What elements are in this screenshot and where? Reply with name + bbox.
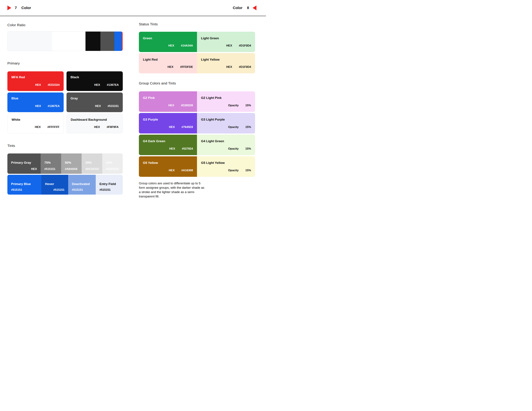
tint-value: #515151 <box>11 188 22 192</box>
hex-value: #7645E8 <box>181 125 193 129</box>
tint-gray-50: 50% #A8A8A8 <box>61 153 82 174</box>
tint-value: #515151 <box>72 188 83 192</box>
hex-value: #D282D8 <box>181 104 193 107</box>
opacity-value: 15% <box>245 169 251 172</box>
swatch-hex-line: HEX #FFDFDE <box>168 65 193 69</box>
tint-gray-20: 20% #DCDCDC <box>82 153 102 174</box>
tint-label: Entry Field <box>99 182 116 186</box>
swatch-hex-line: HEX #D1F0D4 <box>226 65 251 69</box>
arrow-left-icon <box>253 6 256 10</box>
page-number-left: 7 <box>15 6 17 10</box>
swatch-g4-light-green: G4 Light Green Opacity 15% <box>197 135 255 155</box>
status-tints-grid: Green HEX #14A34A Light Green HEX #D1F0D… <box>139 32 255 73</box>
swatch-name: G4 Dark Green <box>143 139 165 143</box>
tint-label: Primary Blue <box>11 182 31 186</box>
group-colors-grid: G2 Pink HEX #D282D8 G2 Light Pink Opacit… <box>139 91 255 177</box>
tint-label: 50% <box>65 161 71 165</box>
swatch-hex-line: HEX #1367EA <box>94 83 119 87</box>
swatch-name: MFA Red <box>11 75 25 79</box>
hex-value: #515151 <box>108 104 119 108</box>
tint-blue-hover: Hover #515151 <box>41 175 68 195</box>
swatch-blue: Blue HEX #1367EA <box>7 93 64 112</box>
hex-value: #FFDFDE <box>180 65 193 69</box>
swatch-hex-line: HEX #1367EA <box>35 104 60 108</box>
swatch-hex-line: HEX #515151 <box>95 104 119 108</box>
hex-label: HEX <box>168 104 174 107</box>
hex-label: HEX <box>169 169 175 172</box>
page-title-left: Color <box>21 6 31 10</box>
swatch-opacity-line: Opacity 15% <box>228 125 251 129</box>
hex-label: HEX <box>95 104 101 108</box>
opacity-value: 15% <box>245 104 251 107</box>
swatch-name: Light Green <box>201 37 219 40</box>
swatch-opacity-line: Opacity 15% <box>228 147 251 150</box>
swatch-g5-light-yellow: G5 Light Yellow Opacity 15% <box>197 156 255 177</box>
swatch-g5-yellow: G5 Yellow HEX #A16308 <box>139 156 197 177</box>
group-row-g4: G4 Dark Green HEX #527824 G4 Light Green… <box>139 135 255 155</box>
tint-label: Deactivated <box>72 182 90 186</box>
swatch-name: G3 Purple <box>143 118 158 121</box>
primary-heading: Primary <box>7 61 123 65</box>
hex-value: #F8F9FA <box>107 125 119 129</box>
tint-label: Primary Gray <box>11 161 31 165</box>
hex-label: HEX <box>226 44 232 47</box>
hex-value: #D1F0D4 <box>239 44 251 47</box>
tint-gray-75: 75% #515151 <box>41 153 61 174</box>
ratio-segment-blue <box>114 32 122 51</box>
hex-label: HEX <box>168 44 174 47</box>
color-ratio-heading: Color Ratio <box>7 23 123 27</box>
left-page: Color Ratio Primary MFA Red HEX #ED2324 <box>7 16 123 199</box>
header-right: Color 8 <box>233 6 256 10</box>
tint-label: 20% <box>85 161 92 165</box>
tint-value: #515151 <box>44 167 56 171</box>
hex-label: HEX <box>168 65 173 69</box>
ratio-segment-red <box>122 32 123 51</box>
hex-value: #A16308 <box>181 169 193 172</box>
swatch-name: G4 Light Green <box>201 139 224 143</box>
tint-value: #EEEEEE <box>106 167 119 171</box>
hex-label: HEX <box>169 125 175 129</box>
group-row-g5: G5 Yellow HEX #A16308 G5 Light Yellow Op… <box>139 156 255 177</box>
ratio-segment-white <box>52 32 85 51</box>
arrow-right-icon <box>7 6 11 10</box>
swatch-opacity-line: Opacity 15% <box>228 169 251 172</box>
swatch-black: Black HEX #1367EA <box>66 71 123 91</box>
hex-label: HEX <box>226 65 232 69</box>
swatch-name: Gray <box>71 96 78 100</box>
swatch-g3-light-purple: G3 Light Purple Opacity 15% <box>197 113 255 133</box>
hex-label: HEX <box>35 104 41 108</box>
tint-blue-deactivated: Deactivated #515151 <box>68 175 96 195</box>
tint-value: #DCDCDC <box>85 167 99 171</box>
gray-tints-bar: Primary Gray HEX 75% #515151 50% #A8A8A8… <box>7 153 123 174</box>
hex-value: #14A34A <box>181 44 193 47</box>
swatch-g4-dark-green: G4 Dark Green HEX #527824 <box>139 135 197 155</box>
hex-label: HEX <box>94 125 100 129</box>
group-row-g2: G2 Pink HEX #D282D8 G2 Light Pink Opacit… <box>139 91 255 112</box>
tint-value: #515151 <box>99 188 111 192</box>
swatch-name: Blue <box>11 96 18 100</box>
tint-blue-entry-field: Entry Field #515151 <box>96 175 123 195</box>
swatch-gray: Gray HEX #515151 <box>66 93 123 112</box>
color-ratio-bar <box>7 31 123 51</box>
swatch-hex-line: HEX #FFFFFF <box>35 125 59 129</box>
opacity-label: Opacity <box>228 169 239 172</box>
status-row-red-yellow: Light Red HEX #FFDFDE Light Yellow HEX #… <box>139 53 255 73</box>
content: Color Ratio Primary MFA Red HEX #ED2324 <box>0 16 266 199</box>
hex-value: #ED2324 <box>48 83 60 87</box>
opacity-label: Opacity <box>228 104 239 107</box>
tint-value: #A8A8A8 <box>65 167 77 171</box>
ratio-segment-black <box>86 32 100 51</box>
tint-label: 10% <box>106 161 112 165</box>
page-number-right: 8 <box>247 6 249 10</box>
swatch-g2-light-pink: G2 Light Pink Opacity 15% <box>197 91 255 112</box>
group-colors-heading: Group Colors and Tints <box>139 81 255 85</box>
page-header: 7 Color Color 8 <box>0 0 266 16</box>
swatch-white: White HEX #FFFFFF <box>7 114 64 133</box>
hex-label: HEX <box>35 125 41 129</box>
hex-value: #D1F0D4 <box>239 65 251 69</box>
tint-primary-blue: Primary Blue #515151 <box>7 175 41 195</box>
tint-value: HEX <box>31 167 37 171</box>
swatch-g3-purple: G3 Purple HEX #7645E8 <box>139 113 197 133</box>
swatch-name: G2 Light Pink <box>201 96 221 100</box>
status-row-green: Green HEX #14A34A Light Green HEX #D1F0D… <box>139 32 255 52</box>
